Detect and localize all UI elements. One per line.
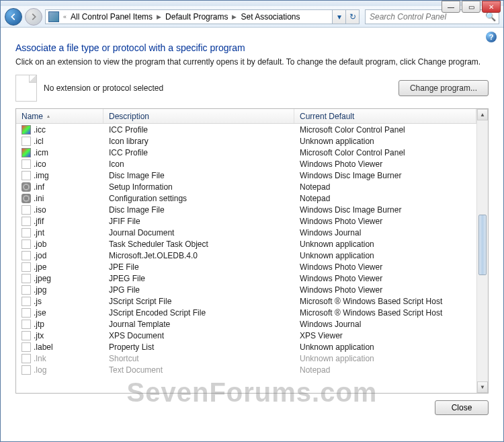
default-cell: Windows Photo Viewer	[294, 285, 476, 295]
table-row[interactable]: .jpegJPEG FileWindows Photo Viewer	[16, 272, 476, 284]
table-row[interactable]: .jsJScript Script FileMicrosoft ® Window…	[16, 295, 476, 307]
filetype-icon	[22, 194, 31, 203]
list-body: .iccICC ProfileMicrosoft Color Control P…	[16, 124, 476, 375]
breadcrumb-overflow[interactable]: «	[62, 13, 68, 20]
ext-label: .jpg	[34, 285, 46, 295]
vertical-scrollbar[interactable]: ▲ ▼	[476, 109, 488, 393]
back-arrow-icon	[9, 12, 18, 22]
maximize-button[interactable]: ▭	[462, 1, 480, 13]
breadcrumb-default-programs[interactable]: Default Programs	[163, 10, 230, 24]
desc-cell: JPG File	[103, 285, 294, 295]
default-cell: Windows Photo Viewer	[294, 262, 476, 272]
default-cell: Notepad	[294, 365, 476, 375]
filetype-icon	[22, 125, 31, 135]
help-icon[interactable]: ?	[486, 32, 497, 42]
default-cell: Unknown application	[294, 240, 476, 249]
ext-label: .jse	[34, 308, 46, 318]
table-row[interactable]: .iccICC ProfileMicrosoft Color Control P…	[16, 124, 476, 135]
change-program-button[interactable]: Change program...	[398, 80, 489, 96]
filetype-icon	[22, 331, 31, 340]
filetype-icon	[22, 217, 31, 226]
default-cell: Microsoft ® Windows Based Script Host	[294, 308, 476, 318]
filetype-icon	[22, 240, 31, 249]
table-row[interactable]: .icoIconWindows Photo Viewer	[16, 158, 476, 170]
filetype-icon	[22, 159, 31, 169]
minimize-button[interactable]: ―	[442, 1, 460, 13]
table-row[interactable]: .lnkShortcutUnknown application	[16, 353, 476, 364]
table-row[interactable]: .jtxXPS DocumentXPS Viewer	[16, 330, 476, 341]
desc-cell: Disc Image File	[103, 205, 294, 215]
filetype-icon	[22, 262, 31, 272]
table-row[interactable]: .jobTask Scheduler Task ObjectUnknown ap…	[16, 238, 476, 250]
scroll-thumb[interactable]	[478, 215, 487, 275]
default-cell: Unknown application	[294, 342, 476, 352]
desc-cell: JFIF File	[103, 217, 294, 226]
desc-cell: Text Document	[103, 365, 294, 375]
filetype-icon	[22, 308, 31, 318]
ext-label: .iso	[34, 205, 46, 215]
table-row[interactable]: .imgDisc Image FileWindows Disc Image Bu…	[16, 170, 476, 181]
table-row[interactable]: .icmICC ProfileMicrosoft Color Control P…	[16, 147, 476, 158]
desc-cell: ICC Profile	[103, 125, 294, 135]
table-row[interactable]: .labelProperty ListUnknown application	[16, 341, 476, 353]
list-header: Name▴ Description Current Default	[16, 109, 476, 124]
filetype-icon	[22, 285, 31, 295]
forward-button[interactable]	[25, 8, 42, 26]
desc-cell: Shortcut	[103, 354, 294, 363]
desc-cell: Property List	[103, 342, 294, 352]
desc-cell: Microsoft.Jet.OLEDB.4.0	[103, 251, 294, 260]
default-cell: Windows Photo Viewer	[294, 159, 476, 169]
table-row[interactable]: .infSetup InformationNotepad	[16, 181, 476, 192]
refresh-button[interactable]: ↻	[346, 9, 360, 24]
table-row[interactable]: .jtpJournal TemplateWindows Journal	[16, 318, 476, 330]
desc-cell: JPE File	[103, 262, 294, 272]
table-row[interactable]: .jfifJFIF FileWindows Photo Viewer	[16, 215, 476, 227]
chevron-right-icon: ▶	[155, 13, 163, 20]
associations-list: Name▴ Description Current Default .iccIC…	[15, 108, 489, 394]
default-cell: XPS Viewer	[294, 331, 476, 340]
scroll-up-button[interactable]: ▲	[477, 109, 488, 120]
close-button[interactable]: Close	[435, 400, 489, 415]
table-row[interactable]: .iclIcon libraryUnknown application	[16, 135, 476, 147]
desc-cell: JPEG File	[103, 274, 294, 283]
table-row[interactable]: .logText DocumentNotepad	[16, 364, 476, 375]
titlebar	[1, 1, 503, 6]
desc-cell: ICC Profile	[103, 148, 294, 157]
column-header-description[interactable]: Description	[103, 109, 294, 123]
table-row[interactable]: .isoDisc Image FileWindows Disc Image Bu…	[16, 204, 476, 215]
window-controls: ― ▭ ✕	[442, 1, 501, 13]
breadcrumb-set-associations[interactable]: Set Associations	[238, 10, 302, 24]
table-row[interactable]: .jpeJPE FileWindows Photo Viewer	[16, 261, 476, 272]
ext-label: .icc	[34, 125, 46, 135]
scroll-track[interactable]	[477, 120, 488, 381]
default-cell: Notepad	[294, 194, 476, 203]
ext-label: .ico	[34, 159, 46, 169]
ext-label: .icm	[34, 148, 48, 157]
desc-cell: Journal Document	[103, 228, 294, 237]
table-row[interactable]: .jseJScript Encoded Script FileMicrosoft…	[16, 307, 476, 318]
column-header-default[interactable]: Current Default	[294, 109, 476, 123]
table-row[interactable]: .jodMicrosoft.Jet.OLEDB.4.0Unknown appli…	[16, 250, 476, 261]
desc-cell: Icon	[103, 159, 294, 169]
filetype-icon	[22, 148, 31, 157]
address-bar[interactable]: « All Control Panel Items ▶ Default Prog…	[45, 9, 333, 24]
ext-label: .jfif	[34, 217, 44, 226]
filetype-icon	[22, 354, 31, 363]
ext-label: .jod	[34, 251, 46, 260]
table-row[interactable]: .jntJournal DocumentWindows Journal	[16, 227, 476, 238]
default-cell: Windows Journal	[294, 320, 476, 329]
scroll-down-button[interactable]: ▼	[477, 381, 488, 393]
filetype-icon	[22, 365, 31, 375]
back-button[interactable]	[5, 8, 22, 26]
address-dropdown-button[interactable]: ▾	[333, 9, 346, 24]
filetype-icon	[22, 251, 31, 260]
ext-label: .job	[34, 240, 46, 249]
default-cell: Windows Disc Image Burner	[294, 205, 476, 215]
breadcrumb-all-items[interactable]: All Control Panel Items	[68, 10, 155, 24]
window-close-button[interactable]: ✕	[482, 1, 501, 13]
page-description: Click on an extension to view the progra…	[15, 57, 489, 67]
column-header-name[interactable]: Name▴	[16, 109, 103, 123]
table-row[interactable]: .jpgJPG FileWindows Photo Viewer	[16, 284, 476, 295]
ext-label: .ini	[34, 194, 44, 203]
table-row[interactable]: .iniConfiguration settingsNotepad	[16, 192, 476, 204]
